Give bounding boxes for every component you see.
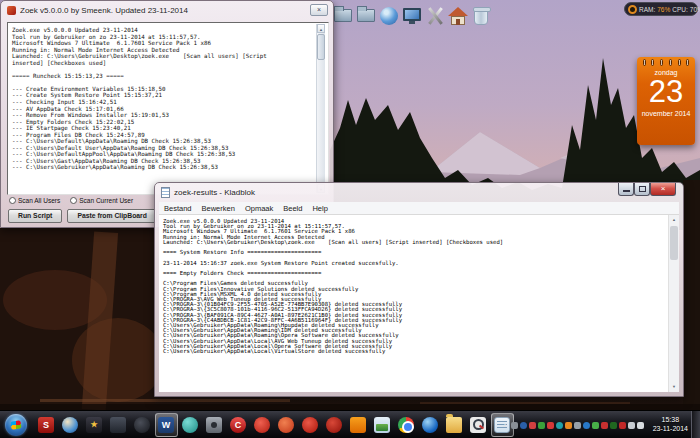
angry-birds-icon — [302, 417, 318, 433]
tools-icon[interactable] — [425, 4, 445, 28]
notepad-window-title: zoek-results - Kladblok — [174, 188, 255, 197]
tray-icon[interactable] — [565, 422, 572, 429]
taskbar-item-orange-app[interactable] — [347, 413, 370, 437]
tray-icon[interactable] — [556, 422, 563, 429]
taskbar-item-sothink[interactable]: S — [35, 413, 58, 437]
taskbar-item-word[interactable]: W — [155, 413, 178, 437]
maximize-icon[interactable] — [634, 183, 650, 196]
taskbar-item-photo-viewer[interactable] — [371, 413, 394, 437]
menu-opmaak[interactable]: Opmaak — [240, 204, 278, 213]
system-tray: ▲ — [501, 411, 644, 438]
taskbar-item-wand[interactable]: ★ — [83, 413, 106, 437]
taskbar-item-angry-birds-2[interactable] — [275, 413, 298, 437]
taskbar-item-camera[interactable] — [203, 413, 226, 437]
radio-scan-all-users[interactable]: Scan All Users — [9, 197, 60, 204]
tray-icon[interactable] — [610, 422, 617, 429]
scrollbar-thumb[interactable] — [670, 226, 678, 260]
tray-icon[interactable] — [574, 422, 581, 429]
homegroup-icon[interactable] — [448, 4, 468, 28]
calendar-spiral-icon — [637, 57, 695, 66]
notepad-app-icon — [161, 187, 170, 198]
zoek-app-icon — [7, 6, 16, 15]
house-door-icon — [456, 19, 460, 25]
run-script-button[interactable]: Run Script — [8, 209, 62, 223]
scroll-down-icon[interactable]: ▼ — [669, 382, 679, 392]
radio-circle-icon — [70, 197, 77, 204]
tray-icon[interactable] — [529, 422, 536, 429]
volume-icon[interactable] — [637, 422, 644, 429]
taskbar-item-swoosh[interactable] — [107, 413, 130, 437]
notepad-window: zoek-results - Kladblok × Bestand Bewerk… — [154, 182, 684, 397]
taskbar-item-blue-orb[interactable] — [419, 413, 442, 437]
zoek-title-bar[interactable]: Zoek v5.0.0.0 by Smeenk. Updated 23-11-2… — [1, 1, 333, 19]
zoek-log-textbox[interactable]: Zoek.exe v5.0.0.0 Updated 23-11-2014 Too… — [7, 22, 329, 195]
scroll-up-icon[interactable]: ▲ — [669, 215, 679, 225]
taskbar-item-planet[interactable] — [59, 413, 82, 437]
cpu-label: CPU: — [672, 6, 688, 13]
taskbar-clock[interactable]: 15:38 23-11-2014 — [653, 415, 688, 434]
notepad-content-area: Zoek.exe v5.0.0.0 Updated 23-11-2014 Too… — [159, 215, 679, 392]
taskbar-item-angry-birds-1[interactable] — [251, 413, 274, 437]
internet-globe-icon[interactable] — [379, 4, 399, 28]
clock-time: 15:38 — [653, 415, 688, 424]
show-hidden-icons-chevron[interactable]: ▲ — [501, 421, 509, 429]
sothink-icon: S — [38, 417, 54, 433]
taskbar-item-folder[interactable] — [443, 413, 466, 437]
notepad-scrollbar[interactable]: ▲ ▼ — [668, 215, 679, 392]
ram-cpu-meter-gadget[interactable]: RAM: 76% CPU: 70% — [624, 2, 698, 16]
start-button[interactable] — [5, 414, 27, 436]
scrollbar-thumb[interactable] — [317, 34, 325, 60]
zoek-log-scrollbar[interactable]: ▲ ▼ — [316, 24, 325, 193]
menu-bewerken[interactable]: Bewerken — [197, 204, 240, 213]
folder-icon — [334, 9, 352, 22]
close-icon[interactable]: × — [650, 183, 676, 196]
tray-icon[interactable] — [547, 422, 554, 429]
tray-icon[interactable] — [619, 422, 626, 429]
menu-help[interactable]: Help — [307, 204, 332, 213]
magic-wand-icon: ★ — [86, 417, 102, 433]
taskbar-item-teal-app[interactable] — [179, 413, 202, 437]
eagle-icon — [134, 417, 150, 433]
recycle-bin-icon[interactable] — [471, 4, 491, 28]
minimize-icon[interactable] — [618, 183, 634, 196]
tray-icon[interactable] — [601, 422, 608, 429]
scroll-up-icon[interactable]: ▲ — [317, 24, 325, 33]
paste-from-clipboard-button[interactable]: Paste from ClipBoard — [67, 209, 157, 223]
taskbar-item-angry-birds-4[interactable] — [323, 413, 346, 437]
taskbar-item-angry-birds-3[interactable] — [299, 413, 322, 437]
notepad-text[interactable]: Zoek.exe v5.0.0.0 Updated 23-11-2014 Too… — [159, 215, 668, 392]
zoek-magnifier-icon — [470, 417, 486, 433]
notepad-title-bar[interactable]: zoek-results - Kladblok — [155, 183, 683, 201]
menu-bestand[interactable]: Bestand — [159, 204, 197, 213]
cpu-value: 70% — [690, 6, 700, 13]
menu-beeld[interactable]: Beeld — [278, 204, 307, 213]
folder-icon[interactable] — [333, 4, 353, 28]
taskbar-item-zoek[interactable] — [467, 413, 490, 437]
taskbar-item-ccleaner[interactable]: C — [227, 413, 250, 437]
taskbar-item-eagle[interactable] — [131, 413, 154, 437]
show-desktop-button[interactable] — [691, 411, 700, 438]
planet-icon — [62, 417, 78, 433]
swoosh-icon — [110, 417, 126, 433]
tray-icon[interactable] — [511, 422, 518, 429]
angry-birds-icon — [326, 417, 342, 433]
chrome-icon — [398, 417, 414, 433]
tray-icon[interactable] — [538, 422, 545, 429]
radio-scan-current-user[interactable]: Scan Current User — [70, 197, 133, 204]
calendar-gadget[interactable]: zondag 23 november 2014 — [637, 57, 695, 145]
close-icon[interactable]: × — [310, 4, 328, 16]
network-icon[interactable] — [628, 422, 635, 429]
radio-scan-current-label: Scan Current User — [79, 197, 133, 204]
tray-icon[interactable] — [520, 422, 527, 429]
computer-icon[interactable] — [402, 4, 422, 28]
clock-date: 23-11-2014 — [653, 424, 688, 433]
tray-icon[interactable] — [592, 422, 599, 429]
taskbar-item-chrome[interactable] — [395, 413, 418, 437]
camera-icon — [206, 417, 222, 433]
tray-icon[interactable] — [583, 422, 590, 429]
teal-app-icon — [182, 417, 198, 433]
globe-icon — [380, 7, 398, 25]
zoek-window-title: Zoek v5.0.0.0 by Smeenk. Updated 23-11-2… — [20, 6, 188, 15]
house-roof-icon — [448, 7, 468, 16]
folder-icon[interactable] — [356, 4, 376, 28]
